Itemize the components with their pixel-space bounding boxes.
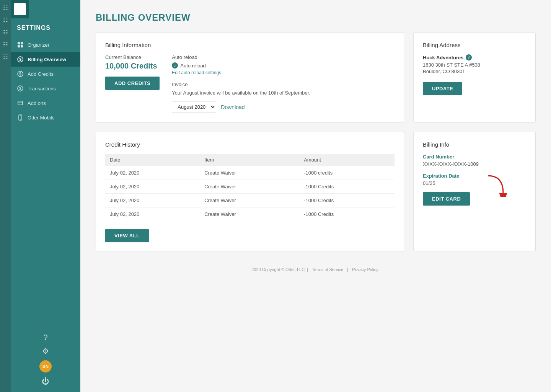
footer-privacy[interactable]: Privacy Policy [352,267,378,272]
billing-address-line2: Boulder, CO 80301 [423,69,526,74]
sidebar-item-billing-overview-label: Billing Overview [28,57,66,62]
expiration-label: Expiration Date [423,173,526,179]
sidebar-item-transactions[interactable]: $ Transactions [11,81,80,96]
footer-terms[interactable]: Terms of Service [312,267,343,272]
main-content: BILLING OVERVIEW Billing Information Cur… [80,0,551,392]
add-credits-button[interactable]: Add Credits [105,77,160,90]
sidebar-title: SETTINGS [11,18,80,34]
billing-info-body: Current Balance 10,000 Credits Add Credi… [105,54,395,113]
table-row: July 02, 2020 Create Waiver -1000 Credit… [105,180,395,194]
layers-icon[interactable]: ☷ [3,41,8,47]
icon-bar-top: ☷ ☷ ☷ ☷ ☷ [3,3,8,389]
credit-history-table: Date Item Amount July 02, 2020 Create Wa… [105,154,395,221]
address-checkmark: ✓ [466,54,472,60]
current-balance-value: 10,000 Credits [105,62,160,70]
sidebar-bottom: ? ⚙ BN ⏻ [11,333,80,392]
edit-card-button[interactable]: EDIT CARD [423,192,470,206]
sidebar-item-otter-mobile[interactable]: Otter Mobile [11,110,80,125]
invoice-month-select[interactable]: August 2020 [172,101,216,113]
col-date: Date [105,154,200,166]
auto-reload-text: Auto reload [180,63,206,69]
organizer-icon [17,41,24,48]
sidebar-item-billing-overview[interactable]: $ Billing Overview [11,52,80,67]
sidebar-item-otter-mobile-label: Otter Mobile [28,115,55,121]
billing-info-small-title: Billing Info [423,141,526,148]
power-icon[interactable]: ⏻ [42,377,49,386]
edit-auto-reload-link[interactable]: Edit auto reload settings [172,70,395,75]
cell-date: July 02, 2020 [105,207,200,221]
svg-rect-1 [21,42,23,44]
svg-rect-2 [18,45,20,47]
current-balance-label: Current Balance [105,54,160,60]
invoice-row: August 2020 Download [172,101,395,113]
sidebar-logo [11,0,29,18]
add-credits-icon: $ [17,70,24,77]
cell-item: Create Waiver [200,194,299,207]
gear-icon[interactable]: ⚙ [42,346,49,356]
cell-date: July 02, 2020 [105,194,200,207]
svg-rect-0 [18,42,20,44]
billing-address-company: Huck Adventures ✓ [423,54,526,60]
layout-icon[interactable]: ☷ [3,17,8,23]
sidebar-item-add-ons-label: Add ons [28,100,46,106]
document-icon[interactable]: ☷ [3,29,8,35]
card-number-label: Card Number [423,154,526,160]
billing-info-card-title: Billing Information [105,42,395,48]
billing-address-card-title: Billing Address [423,42,526,48]
credit-history-card: Credit History Date Item Amount July 02,… [96,132,404,252]
otter-mobile-icon [17,114,24,121]
table-row: July 02, 2020 Create Waiver -1000 credit… [105,166,395,180]
red-arrow-annotation [484,174,507,197]
cell-amount: -1000 credits [299,166,395,180]
cell-amount: -1000 Credits [299,207,395,221]
sidebar-item-transactions-label: Transactions [28,86,56,91]
view-all-wrap: VIEW ALL [105,229,395,242]
avatar[interactable]: BN [39,360,52,372]
table-row: July 02, 2020 Create Waiver -1000 Credit… [105,194,395,207]
svg-text:$: $ [19,57,21,62]
table-row: July 02, 2020 Create Waiver -1000 Credit… [105,207,395,221]
table-header-row: Date Item Amount [105,154,395,166]
auto-reload-checkmark: ✓ [172,62,178,69]
avatar-initials: BN [42,364,49,369]
svg-rect-13 [20,116,21,116]
billing-overview-icon: $ [17,56,24,63]
sidebar-item-add-credits-label: Add Credits [28,71,54,77]
cell-date: July 02, 2020 [105,166,200,180]
view-all-button[interactable]: VIEW ALL [105,229,149,242]
update-btn-wrap: UPDATE [423,82,526,95]
transactions-icon: $ [17,85,24,92]
col-item: Item [200,154,299,166]
invoice-label: Invoice [172,82,395,87]
question-icon[interactable]: ? [43,333,47,342]
edit-card-btn-wrap: EDIT CARD [423,192,526,206]
user-icon[interactable]: ☷ [3,54,8,60]
grid-icon[interactable]: ☷ [3,5,8,11]
update-button[interactable]: UPDATE [423,82,462,95]
expiration-value: 01/25 [423,180,526,186]
sidebar-nav: Organizer $ Billing Overview $ Add Credi… [11,34,80,333]
top-cards-row: Billing Information Current Balance 10,0… [96,32,536,122]
cell-item: Create Waiver [200,180,299,194]
cell-amount: -1000 Credits [299,194,395,207]
sidebar: SETTINGS Organizer $ Billing Overview [11,0,80,392]
sidebar-item-organizer[interactable]: Organizer [11,38,80,52]
sidebar-item-add-ons[interactable]: Add ons [11,96,80,110]
invoice-text: Your August invoice will be available on… [172,90,395,96]
svg-text:$: $ [19,72,21,76]
sidebar-item-add-credits[interactable]: $ Add Credits [11,67,80,81]
auto-reload-label: Auto reload [172,54,395,60]
cell-item: Create Waiver [200,166,299,180]
logo-image [14,3,26,15]
cell-item: Create Waiver [200,207,299,221]
card-number-value: XXXX-XXXX-XXXX-1009 [423,161,526,167]
addons-icon [17,100,24,106]
table-header: Date Item Amount [105,154,395,166]
col-amount: Amount [299,154,395,166]
billing-address-line1: 1630 30th ST STE A #538 [423,62,526,68]
svg-text:$: $ [19,87,21,91]
billing-left: Current Balance 10,000 Credits Add Credi… [105,54,160,113]
billing-info-small-card: Billing Info Card Number XXXX-XXXX-XXXX-… [413,132,536,252]
billing-information-card: Billing Information Current Balance 10,0… [96,32,404,122]
download-link[interactable]: Download [221,104,245,110]
